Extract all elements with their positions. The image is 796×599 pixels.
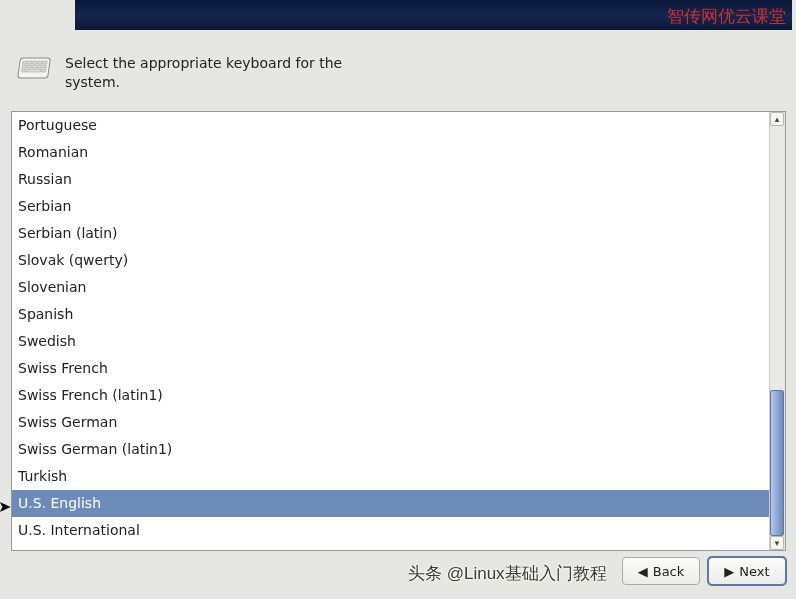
cursor-icon: ➤: [0, 497, 11, 516]
svg-rect-5: [43, 61, 47, 64]
list-item[interactable]: Swiss German: [12, 409, 769, 436]
svg-rect-9: [37, 65, 41, 68]
list-item[interactable]: U.S. English: [12, 490, 769, 517]
back-button[interactable]: ◀ Back: [622, 557, 700, 585]
list-item[interactable]: Serbian (latin): [12, 220, 769, 247]
list-item[interactable]: U.S. International: [12, 517, 769, 544]
list-item[interactable]: Portuguese: [12, 112, 769, 139]
title-bar: 智传网优云课堂: [75, 0, 792, 30]
chevron-up-icon: ▴: [775, 115, 780, 124]
watermark-top: 智传网优云课堂: [667, 5, 786, 28]
scroll-up-button[interactable]: ▴: [770, 112, 784, 126]
svg-rect-6: [22, 65, 26, 68]
back-button-label: Back: [653, 564, 685, 579]
list-item[interactable]: Slovak (qwerty): [12, 247, 769, 274]
arrow-right-icon: ▶: [724, 564, 734, 579]
keyboard-list-frame: PortugueseRomanianRussianSerbianSerbian …: [11, 111, 786, 551]
instruction-text: Select the appropriate keyboard for the …: [65, 54, 345, 92]
list-item[interactable]: Swiss French (latin1): [12, 382, 769, 409]
svg-rect-1: [23, 61, 27, 64]
instruction-row: Select the appropriate keyboard for the …: [15, 54, 345, 92]
list-item[interactable]: Slovenian: [12, 274, 769, 301]
svg-rect-12: [26, 69, 40, 72]
next-button[interactable]: ▶ Next: [708, 557, 786, 585]
scroll-thumb[interactable]: [770, 390, 784, 536]
keyboard-icon: [15, 54, 51, 84]
svg-rect-10: [42, 65, 46, 68]
svg-rect-11: [21, 69, 25, 72]
chevron-down-icon: ▾: [775, 539, 780, 548]
scroll-down-button[interactable]: ▾: [770, 536, 784, 550]
svg-rect-2: [28, 61, 32, 64]
button-row: ◀ Back ▶ Next: [622, 557, 786, 585]
list-item[interactable]: Spanish: [12, 301, 769, 328]
scrollbar[interactable]: ▴ ▾: [769, 112, 785, 550]
list-item[interactable]: Romanian: [12, 139, 769, 166]
list-item[interactable]: Russian: [12, 166, 769, 193]
svg-rect-13: [41, 69, 45, 72]
svg-rect-3: [33, 61, 37, 64]
list-item[interactable]: Swiss German (latin1): [12, 436, 769, 463]
watermark-bottom: 头条 @Linux基础入门教程: [408, 562, 607, 585]
svg-rect-8: [32, 65, 36, 68]
svg-rect-7: [27, 65, 31, 68]
svg-rect-4: [38, 61, 42, 64]
list-item[interactable]: Swiss French: [12, 355, 769, 382]
list-item[interactable]: Ukrainian: [12, 544, 769, 550]
list-item[interactable]: Serbian: [12, 193, 769, 220]
list-item[interactable]: Swedish: [12, 328, 769, 355]
keyboard-listbox[interactable]: PortugueseRomanianRussianSerbianSerbian …: [12, 112, 769, 550]
next-button-label: Next: [739, 564, 769, 579]
arrow-left-icon: ◀: [638, 564, 648, 579]
list-item[interactable]: Turkish: [12, 463, 769, 490]
